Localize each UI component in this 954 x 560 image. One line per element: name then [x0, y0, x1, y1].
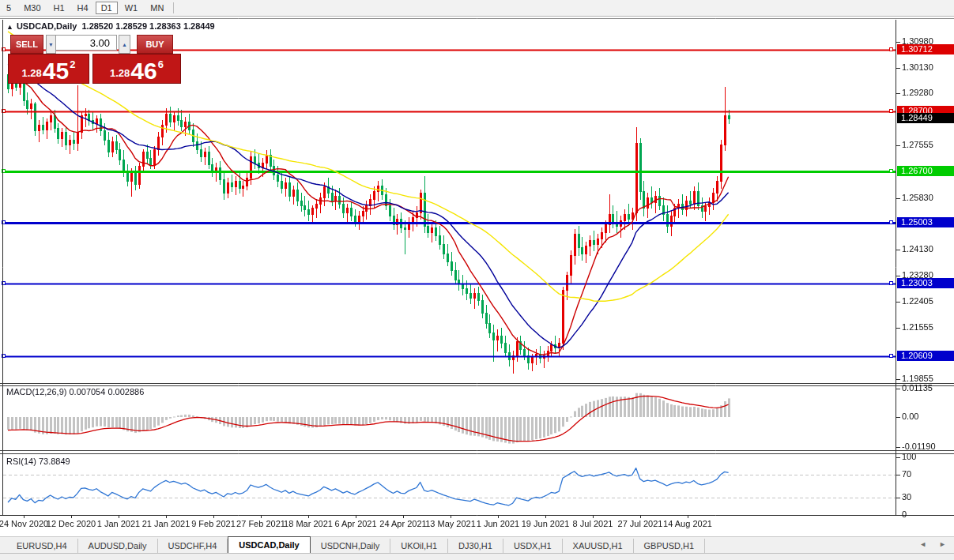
status-bar	[0, 553, 954, 560]
chart-tab-gbpusd[interactable]: GBPUSD,H1	[634, 539, 706, 554]
sell-price-sup: 2	[70, 58, 75, 70]
buy-price-prefix: 1.28	[110, 67, 130, 79]
date-label: 27 Jul 2021	[618, 519, 663, 528]
buy-price-button[interactable]: 1.28466	[92, 54, 181, 84]
rsi-label: RSI(14) 73.8849	[6, 457, 70, 466]
tab-scroll-left-icon[interactable]: ◄	[919, 540, 926, 548]
date-label: 6 Apr 2021	[334, 519, 376, 528]
timeframe-button-h1[interactable]: H1	[48, 2, 70, 14]
date-label: 24 Nov 2020	[0, 519, 48, 528]
macd-scale-label: 0.01135	[902, 383, 933, 393]
chart-tabs-bar: EURUSD,H4AUDUSD,DailyUSDCHF,H4USDCAD,Dai…	[0, 536, 954, 554]
price-scale[interactable]: 1.309801.301301.292801.275551.258301.241…	[896, 17, 954, 515]
date-label: 24 Apr 2021	[379, 519, 426, 528]
toolbar-separator	[173, 2, 174, 13]
buy-button[interactable]: BUY	[137, 35, 173, 54]
price-badge: 1.25003	[897, 217, 954, 227]
date-label: 1 Jan 2021	[97, 519, 140, 528]
price-tick-label: 1.27555	[902, 140, 933, 149]
volume-increase-button[interactable]: ▲	[119, 35, 130, 54]
buy-price-sup: 6	[158, 58, 164, 70]
chart-tab-usdcnh[interactable]: USDCNH,Daily	[311, 539, 391, 554]
date-label: 14 Aug 2021	[663, 519, 712, 528]
price-tick-label: 1.29280	[902, 88, 933, 97]
date-label: 19 Jun 2021	[522, 519, 570, 528]
volume-input[interactable]	[55, 35, 117, 51]
date-label: 12 Dec 2020	[47, 519, 96, 528]
price-tick-label: 1.19855	[902, 374, 933, 383]
price-tick-label: 1.24130	[902, 244, 933, 254]
price-badge: 1.26700	[897, 166, 954, 176]
date-label: 27 Feb 2021	[236, 519, 285, 528]
timeframe-button-h4[interactable]: H4	[72, 2, 94, 14]
timeframe-button-w1[interactable]: W1	[119, 2, 144, 14]
chart-symbol-label: USDCAD,Daily	[17, 21, 77, 31]
rsi-scale-label: 0	[902, 509, 907, 519]
date-label: 21 Jan 2021	[142, 519, 190, 528]
macd-scale-label: -0.01190	[902, 442, 936, 451]
chart-tab-audusd[interactable]: AUDUSD,Daily	[78, 539, 158, 554]
timeframe-toolbar: 5M30H1H4D1W1MN	[0, 0, 954, 17]
chart-tab-eurusd[interactable]: EURUSD,H4	[6, 539, 78, 554]
chart-tab-usdchf[interactable]: USDCHF,H4	[158, 539, 228, 554]
price-badge: 1.28449	[897, 113, 954, 123]
rsi-scale-label: 30	[902, 492, 911, 502]
date-label: 18 Mar 2021	[284, 519, 333, 528]
price-tick-label: 1.21555	[902, 322, 933, 332]
timeframe-button-d1[interactable]: D1	[96, 2, 118, 14]
rsi-scale-label: 70	[902, 469, 911, 479]
ohlc-values: 1.28520 1.28529 1.28363 1.28449	[81, 21, 214, 31]
chevron-up-icon: ▲	[122, 42, 127, 47]
macd-scale-label: 0.00	[902, 412, 918, 421]
chart-tab-usdx[interactable]: USDX,H1	[503, 539, 563, 554]
price-tick-label: 1.30130	[902, 62, 933, 72]
chevron-down-icon: ▼	[48, 42, 54, 47]
tab-scroll-nav: ◄ ►	[919, 540, 946, 548]
sell-price-button[interactable]: 1.28452	[8, 54, 89, 84]
chart-tab-xauusd[interactable]: XAUUSD,H1	[563, 539, 634, 554]
date-label: 8 Jul 2021	[573, 519, 613, 528]
sell-button[interactable]: SELL	[10, 35, 43, 54]
sell-price-big: 45	[43, 61, 69, 81]
buy-price-big: 46	[130, 61, 156, 81]
price-badge: 1.23003	[897, 278, 954, 288]
price-tick-label: 1.25830	[902, 193, 933, 202]
date-label: 1 Jun 2021	[477, 519, 519, 528]
price-tick-label: 1.22405	[902, 296, 933, 306]
rsi-scale-label: 100	[902, 452, 916, 461]
price-badge: 1.30712	[897, 44, 954, 54]
price-chart-canvas[interactable]	[0, 0, 954, 560]
price-badge: 1.20609	[897, 351, 954, 361]
macd-label: MACD(12,26,9) 0.007054 0.002886	[6, 387, 144, 397]
chart-tab-dj30[interactable]: DJ30,H1	[448, 539, 503, 554]
timeframe-button-mn[interactable]: MN	[145, 2, 169, 14]
tab-scroll-right-icon[interactable]: ►	[939, 540, 946, 548]
chart-tab-usdcad[interactable]: USDCAD,Daily	[228, 536, 310, 554]
sell-price-prefix: 1.28	[22, 67, 42, 79]
date-label: 9 Feb 2021	[191, 519, 236, 528]
symbol-marker-icon: ▲	[6, 23, 13, 31]
chart-tab-ukoil[interactable]: UKOil,H1	[390, 539, 448, 554]
timeframe-button-m30[interactable]: M30	[18, 2, 46, 14]
date-label: 13 May 2021	[425, 519, 476, 528]
one-click-trading-panel: SELL ▼ ▲ BUY 1.28452 1.28466	[8, 33, 179, 82]
timeframe-button-5[interactable]: 5	[1, 2, 17, 14]
ohlc-header: ▲USDCAD,Daily 1.28520 1.28529 1.28363 1.…	[6, 21, 215, 31]
mt4-terminal: 5M30H1H4D1W1MN ▲USDCAD,Daily 1.28520 1.2…	[0, 0, 954, 560]
